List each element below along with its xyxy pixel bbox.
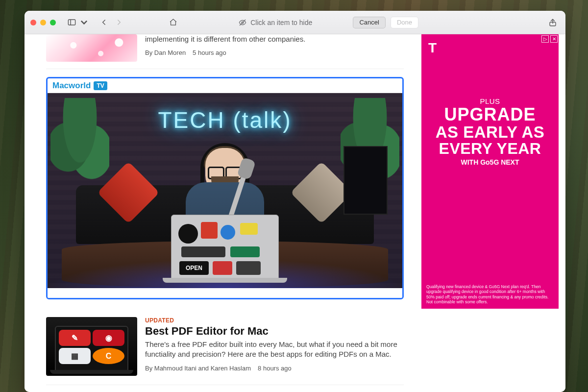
eye-icon: ◉ — [93, 330, 124, 346]
article-feed: implementing it is different from other … — [46, 34, 418, 392]
display-ad[interactable]: ▷ ✕ T PLUS UPGRADE AS EARLY AS EVERY YEA… — [421, 34, 559, 309]
article-dek: There's a free PDF editor built into eve… — [145, 340, 404, 360]
article-dek: implementing it is different from other … — [145, 34, 404, 44]
browser-toolbar: Click an item to hide Cancel Done — [24, 11, 565, 34]
ad-copy: PLUS UPGRADE AS EARLY AS EVERY YEAR WITH… — [421, 97, 559, 166]
brand-badge: TV — [94, 81, 107, 90]
article-card[interactable]: ✎ ◉ ▦ C UPDATED Best PDF Editor for Mac … — [46, 308, 404, 385]
done-button: Done — [391, 17, 418, 28]
selected-hide-target[interactable]: Macworld TV TECH (talk) — [46, 77, 404, 299]
article-headline: Best PDF Editor for Mac — [145, 325, 404, 338]
tmobile-logo: T — [428, 40, 437, 56]
page-content: implementing it is different from other … — [24, 34, 565, 392]
article-byline: By Mahmoud Itani and Karen Haslam8 hours… — [145, 365, 404, 372]
share-button[interactable] — [546, 16, 560, 29]
article-timestamp: 5 hours ago — [193, 49, 226, 56]
nav-forward-button[interactable] — [112, 16, 125, 29]
eye-slash-icon — [239, 19, 246, 26]
video-thumbnail: TECH (talk) — [48, 93, 402, 288]
fullscreen-window-button[interactable] — [50, 20, 56, 25]
article-thumbnail: ✎ ◉ ▦ C — [46, 317, 137, 376]
sidebar-toggle-button[interactable] — [65, 16, 78, 29]
safari-window: Click an item to hide Cancel Done — [24, 11, 565, 392]
video-brand-bar: Macworld TV — [48, 78, 402, 93]
laptop-icon — [171, 215, 279, 279]
adchoices-icon[interactable]: ▷ — [541, 35, 549, 43]
article-byline: By Dan Moren5 hours ago — [145, 49, 404, 56]
ad-disclaimer: Qualifying new financed device & Go5G Ne… — [426, 284, 554, 305]
ad-controls: ▷ ✕ — [541, 35, 558, 43]
nav-back-button[interactable] — [97, 16, 111, 29]
article-timestamp: 8 hours ago — [258, 365, 292, 372]
sidebar-menu-chevron[interactable] — [79, 16, 88, 29]
reader-hide-hint: Click an item to hide — [239, 19, 312, 26]
app-icon: ▦ — [59, 348, 91, 364]
article-card[interactable]: implementing it is different from other … — [46, 34, 404, 69]
ad-column: ▷ ✕ T PLUS UPGRADE AS EARLY AS EVERY YEA… — [421, 34, 559, 392]
svg-rect-0 — [68, 20, 75, 25]
window-controls — [30, 20, 56, 25]
ad-close-icon[interactable]: ✕ — [550, 35, 558, 43]
close-window-button[interactable] — [30, 20, 36, 25]
app-icon: C — [93, 348, 124, 364]
article-thumbnail — [46, 34, 137, 62]
pdf-icon: ✎ — [59, 330, 91, 346]
neon-sign: TECH (talk) — [158, 107, 292, 133]
home-button[interactable] — [166, 16, 180, 29]
minimize-window-button[interactable] — [40, 20, 46, 25]
updated-tag: UPDATED — [145, 317, 404, 324]
cancel-button[interactable]: Cancel — [353, 17, 385, 28]
brand-name: Macworld — [52, 81, 91, 91]
reader-hint-text: Click an item to hide — [250, 19, 312, 26]
